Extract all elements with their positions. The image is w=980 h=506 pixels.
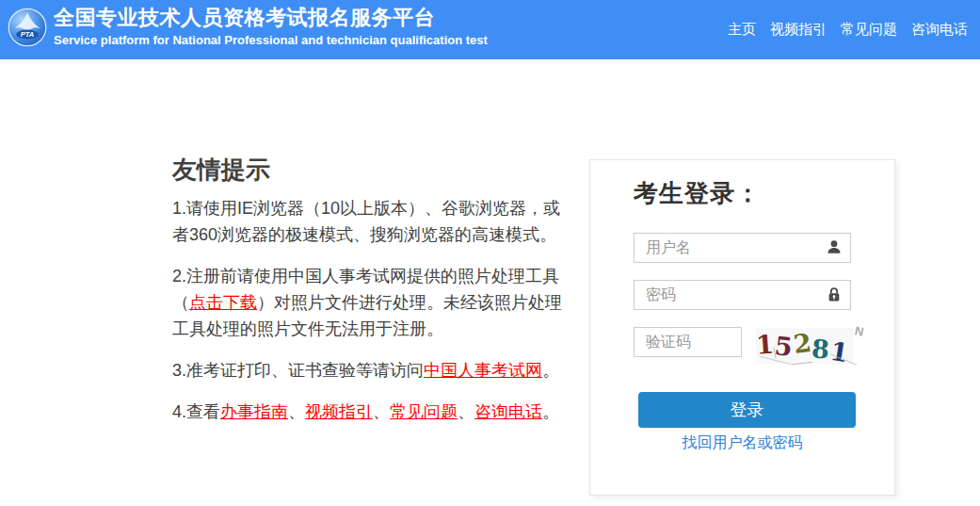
tip-text: 4.查看 — [172, 402, 220, 421]
captcha-noise-line — [792, 362, 812, 365]
tip-text: 、 — [458, 402, 474, 421]
username-input[interactable] — [634, 233, 851, 263]
nav-link-contact-phone[interactable]: 咨询电话 — [911, 21, 968, 39]
password-input[interactable] — [634, 280, 851, 310]
user-icon — [825, 238, 843, 257]
captcha-image[interactable]: 15281 N — [756, 328, 854, 364]
contact-phone-link[interactable]: 咨询电话 — [474, 402, 542, 421]
login-heading: 考生登录： — [634, 177, 761, 210]
captcha-noise-char: N — [853, 323, 864, 339]
captcha-code: 15281 — [756, 340, 849, 356]
faq-link[interactable]: 常见问题 — [390, 402, 458, 421]
tip-text: 3.准考证打印、证书查验等请访问 — [172, 361, 424, 380]
captcha-digit: 1 — [827, 335, 850, 370]
site-title: 全国专业技术人员资格考试报名服务平台 — [54, 4, 488, 32]
login-button[interactable]: 登录 — [638, 392, 856, 428]
cpta-site-link[interactable]: 中国人事考试网 — [424, 361, 542, 380]
tip-text: 。 — [542, 361, 559, 380]
captcha-input[interactable] — [634, 327, 742, 357]
tip-4: 4.查看办事指南、视频指引、常见问题、咨询电话。 — [172, 399, 571, 425]
service-guide-link[interactable]: 办事指南 — [220, 402, 288, 421]
svg-text:PTA: PTA — [21, 31, 35, 40]
page: PTA 全国专业技术人员资格考试报名服务平台 Service platform … — [0, 0, 980, 506]
nav-link-home[interactable]: 主页 — [728, 21, 756, 39]
tips-heading: 友情提示 — [172, 154, 270, 187]
username-field-wrap — [634, 233, 851, 263]
captcha-digit: 2 — [791, 326, 812, 362]
tip-1: 1.请使用IE浏览器（10以上版本）、谷歌浏览器，或者360浏览器的极速模式、搜… — [172, 195, 571, 248]
tip-3: 3.准考证打印、证书查验等请访问中国人事考试网。 — [172, 357, 571, 384]
site-subtitle: Service platform for National Profession… — [54, 34, 488, 47]
nav-link-video-guide[interactable]: 视频指引 — [770, 21, 827, 39]
pta-logo-icon[interactable]: PTA — [8, 8, 47, 47]
login-card: 考生登录： 15281 N 登录 — [589, 159, 895, 496]
tips-list: 1.请使用IE浏览器（10以上版本）、谷歌浏览器，或者360浏览器的极速模式、搜… — [172, 195, 571, 440]
tip-2: 2.注册前请使用中国人事考试网提供的照片处理工具（点击下载）对照片文件进行处理。… — [172, 263, 571, 342]
tip-text: 。 — [542, 402, 559, 421]
download-link[interactable]: 点击下载 — [189, 293, 257, 312]
tip-text: 、 — [373, 402, 390, 421]
lock-icon — [825, 286, 843, 304]
video-guide-link[interactable]: 视频指引 — [305, 402, 373, 421]
header-titles: 全国专业技术人员资格考试报名服务平台 Service platform for … — [54, 4, 488, 47]
forgot-credentials-link[interactable]: 找回用户名或密码 — [590, 433, 894, 453]
tip-text: 、 — [288, 402, 305, 421]
password-field-wrap — [634, 280, 851, 310]
nav-link-faq[interactable]: 常见问题 — [841, 21, 897, 39]
header: PTA 全国专业技术人员资格考试报名服务平台 Service platform … — [0, 0, 980, 59]
tip-text: 1.请使用IE浏览器（10以上版本）、谷歌浏览器，或者360浏览器的极速模式、搜… — [172, 199, 560, 244]
header-nav: 主页视频指引常见问题咨询电话 — [728, 0, 968, 59]
